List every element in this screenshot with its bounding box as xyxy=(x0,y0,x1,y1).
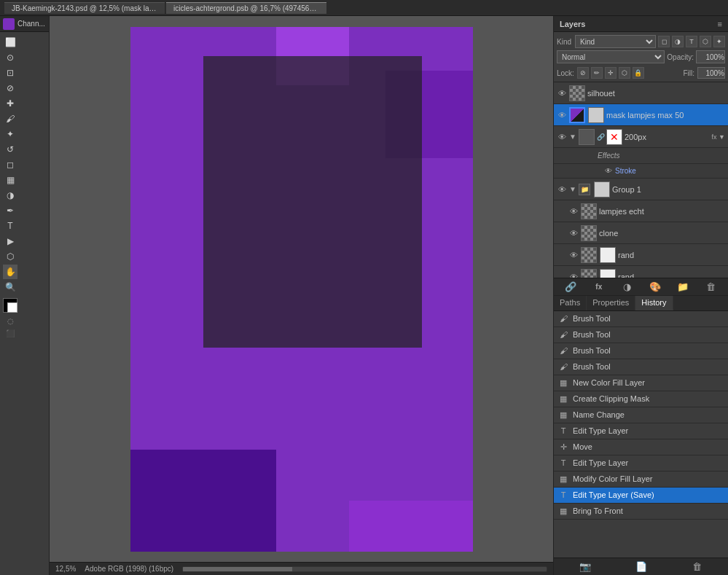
tool-hand[interactable]: ✋ xyxy=(3,265,17,279)
layers-menu-icon[interactable]: ≡ xyxy=(718,20,722,28)
group1-folder-icon: 📁 xyxy=(579,184,590,195)
tab-paths[interactable]: Paths xyxy=(554,296,587,310)
tab-history[interactable]: History xyxy=(635,296,673,310)
blend-mode-select[interactable]: Normal xyxy=(557,50,665,63)
scroll-indicator[interactable] xyxy=(182,566,547,572)
layer-row-200px[interactable]: 👁 ▼ 🔗 200px fx ▼ xyxy=(554,126,728,148)
history-edit-type-save[interactable]: T Edit Type Layer (Save) xyxy=(554,488,728,504)
visibility-eye-rand2[interactable]: 👁 xyxy=(568,272,579,278)
visibility-eye-clone[interactable]: 👁 xyxy=(568,228,579,238)
layer-row-clone[interactable]: 👁 clone xyxy=(554,222,728,244)
delete-layer-btn[interactable]: 🗑 xyxy=(705,280,718,293)
tool-gradient[interactable]: ▦ xyxy=(3,173,17,187)
layer-mask-rand2 xyxy=(600,269,616,278)
filter-type-icon[interactable]: T xyxy=(686,36,697,47)
history-new-doc-btn[interactable]: 📄 xyxy=(635,560,648,574)
history-edit-type-1[interactable]: T Edit Type Layer xyxy=(554,423,728,439)
layer-row-silhouet[interactable]: 👁 silhouet xyxy=(554,82,728,104)
history-name-change[interactable]: ▦ Name Change xyxy=(554,407,728,423)
svg-point-13 xyxy=(371,315,385,468)
layer-row-rand2[interactable]: 👁 rand xyxy=(554,266,728,278)
tool-zoom[interactable]: 🔍 xyxy=(3,280,17,294)
svg-text:✦: ✦ xyxy=(298,301,308,313)
history-edit-type-2[interactable]: T Edit Type Layer xyxy=(554,455,728,472)
layer-filter-icons: ◻ ◑ T ⬡ ✦ xyxy=(658,36,725,47)
stroke-label[interactable]: Stroke xyxy=(615,167,636,175)
tool-shape[interactable]: ⬡ xyxy=(3,249,17,264)
history-brush-4[interactable]: 🖌 Brush Tool xyxy=(554,359,728,375)
lock-all-icon[interactable]: 🔒 xyxy=(633,67,644,79)
lock-transparent-icon[interactable]: ⊘ xyxy=(577,67,589,79)
tool-marquee[interactable]: ⬜ xyxy=(3,35,17,50)
tool-history-brush[interactable]: ↺ xyxy=(3,142,17,157)
tab-1[interactable]: JB-Kaemingk-2143.psd @ 12,5% (mask lampj… xyxy=(4,2,165,14)
add-style-btn[interactable]: fx xyxy=(592,280,606,293)
layer-row-group1[interactable]: 👁 ▼ 📁 Group 1 xyxy=(554,179,728,200)
history-label-7: Name Change xyxy=(573,410,625,419)
expand-200px[interactable]: ▼ xyxy=(569,133,576,141)
layer-row-mask-lampjes[interactable]: 👁 mask lampjes max 50 xyxy=(554,104,728,126)
history-clip[interactable]: ▦ Create Clipping Mask xyxy=(554,391,728,407)
svg-point-12 xyxy=(326,318,336,493)
tool-type[interactable]: T xyxy=(3,219,17,233)
tool-brush[interactable]: 🖌 xyxy=(3,112,17,126)
tab-properties[interactable]: Properties xyxy=(587,296,635,310)
type-icon-2: T xyxy=(558,458,568,468)
tool-dodge[interactable]: ◑ xyxy=(3,188,17,203)
tool-heal[interactable]: ✚ xyxy=(3,96,17,111)
kind-select[interactable]: Kind xyxy=(575,35,656,48)
visibility-eye-rand1[interactable]: 👁 xyxy=(568,250,579,260)
history-label-12: Edit Type Layer (Save) xyxy=(573,490,654,499)
history-move[interactable]: ✛ Move xyxy=(554,439,728,455)
svg-point-15 xyxy=(430,315,443,439)
tool-crop[interactable]: ⊡ xyxy=(3,66,17,80)
opacity-input[interactable] xyxy=(696,50,725,63)
link-layers-btn[interactable]: 🔗 xyxy=(564,280,577,293)
visibility-eye-silhouet[interactable]: 👁 xyxy=(557,88,567,98)
svg-point-10 xyxy=(270,318,282,479)
canvas-image: ✦ ✦ ✦ ✦ xyxy=(130,27,473,552)
fill-input[interactable] xyxy=(697,67,725,79)
layer-row-lampjes-echt[interactable]: 👁 lampjes echt xyxy=(554,200,728,222)
tool-clone[interactable]: ✦ xyxy=(3,127,17,141)
tool-lasso[interactable]: ⊙ xyxy=(3,50,17,65)
expand-group1[interactable]: ▼ xyxy=(569,186,576,193)
quick-mask[interactable]: ◌ xyxy=(3,315,17,326)
visibility-eye-200px[interactable]: 👁 xyxy=(557,132,567,142)
new-group-btn[interactable]: 📁 xyxy=(676,280,689,293)
screen-mode[interactable]: ⬛ xyxy=(3,327,17,339)
history-label-6: Create Clipping Mask xyxy=(573,394,649,403)
foreground-color[interactable] xyxy=(3,298,17,313)
layer-thumb-silhouet xyxy=(569,85,585,101)
history-new-fill[interactable]: ▦ New Color Fill Layer xyxy=(554,375,728,391)
tab-2[interactable]: icicles-achtergrond.psb @ 16,7% (497456_… xyxy=(166,2,326,14)
history-label-8: Edit Type Layer xyxy=(573,426,628,435)
filter-shape-icon[interactable]: ⬡ xyxy=(700,36,711,47)
lock-position-icon[interactable]: ✛ xyxy=(605,67,617,79)
layer-mask-rand1 xyxy=(600,247,616,263)
bring-front-icon: ▦ xyxy=(558,506,568,516)
history-bring-front[interactable]: ▦ Bring To Front xyxy=(554,504,728,520)
filter-pixel-icon[interactable]: ◻ xyxy=(658,36,670,47)
lock-pixels-icon[interactable]: ✏ xyxy=(591,67,603,79)
background-color[interactable] xyxy=(7,302,17,313)
history-modify-fill[interactable]: ▦ Modify Color Fill Layer xyxy=(554,472,728,488)
filter-adjust-icon[interactable]: ◑ xyxy=(672,36,684,47)
history-brush-3[interactable]: 🖌 Brush Tool xyxy=(554,343,728,359)
tool-path-select[interactable]: ▶ xyxy=(3,234,17,249)
add-mask-btn[interactable]: ◑ xyxy=(620,280,633,293)
history-brush-1[interactable]: 🖌 Brush Tool xyxy=(554,311,728,327)
tool-eraser[interactable]: ◻ xyxy=(3,157,17,172)
tool-eyedropper[interactable]: ⊘ xyxy=(3,81,17,95)
visibility-eye-mask-lampjes[interactable]: 👁 xyxy=(557,110,567,120)
filter-smart-icon[interactable]: ✦ xyxy=(713,36,725,47)
new-adjustment-btn[interactable]: 🎨 xyxy=(649,280,662,293)
tool-pen[interactable]: ✒ xyxy=(3,203,17,218)
history-snapshot-btn[interactable]: 📷 xyxy=(579,560,592,574)
visibility-eye-group1[interactable]: 👁 xyxy=(557,184,567,195)
layer-row-rand1[interactable]: 👁 rand xyxy=(554,244,728,266)
history-delete-btn[interactable]: 🗑 xyxy=(691,560,704,574)
lock-artboard-icon[interactable]: ⬡ xyxy=(619,67,630,79)
history-brush-2[interactable]: 🖌 Brush Tool xyxy=(554,327,728,343)
visibility-eye-lampjes[interactable]: 👁 xyxy=(568,206,579,216)
